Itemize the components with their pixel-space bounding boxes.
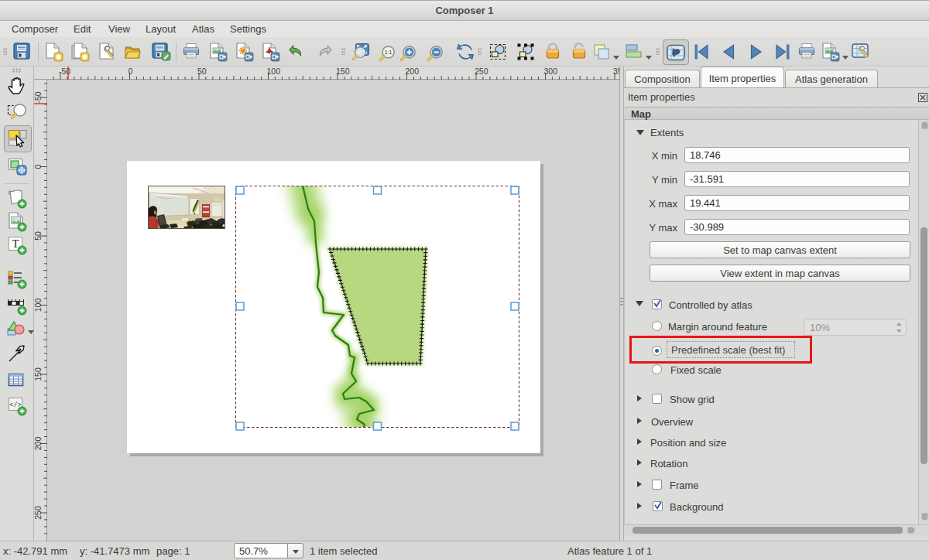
svg-text:50: 50 — [197, 67, 207, 76]
svg-text:0: 0 — [129, 67, 133, 76]
svg-text:250: 250 — [475, 67, 488, 76]
svg-text:300: 300 — [544, 67, 558, 76]
svg-text:200: 200 — [34, 437, 43, 451]
svg-text:100: 100 — [267, 67, 281, 76]
svg-text:200: 200 — [406, 67, 420, 76]
svg-text:-50: -50 — [34, 91, 43, 103]
svg-text:1:1: 1:1 — [385, 50, 393, 55]
svg-text:150: 150 — [34, 367, 43, 381]
svg-text:50: 50 — [34, 231, 43, 241]
svg-text:100: 100 — [34, 299, 43, 312]
svg-text:0: 0 — [34, 164, 43, 169]
svg-text:150: 150 — [336, 67, 350, 76]
svg-text:250: 250 — [34, 506, 43, 520]
svg-text:-50: -50 — [59, 67, 70, 76]
